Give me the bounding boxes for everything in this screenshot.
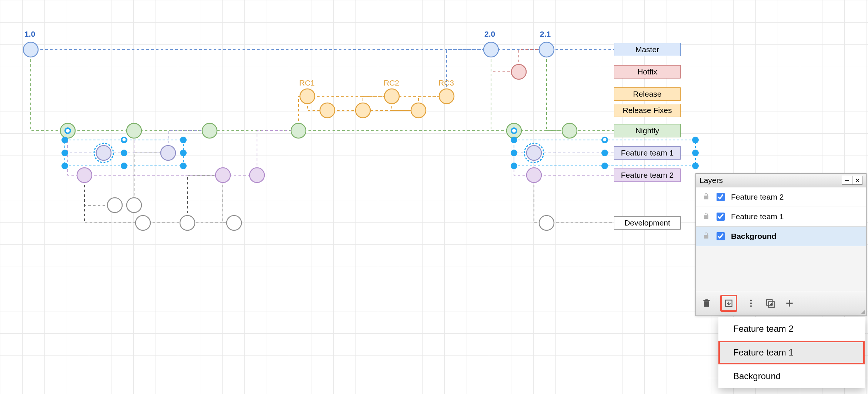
- layers-toolbar: ◢: [696, 291, 866, 315]
- tag-2.0: 2.0: [484, 30, 495, 39]
- delete-layer-button[interactable]: [701, 298, 712, 309]
- endpoint-handle[interactable]: [511, 128, 517, 133]
- branch-block-release[interactable]: Release: [614, 87, 681, 101]
- selection-handle[interactable]: [180, 163, 187, 169]
- commit-node: [411, 103, 426, 118]
- selection-handle[interactable]: [601, 163, 608, 169]
- selection-handle[interactable]: [61, 137, 68, 143]
- layer-visibility-checkbox[interactable]: [717, 232, 725, 240]
- selection-handle[interactable]: [121, 150, 127, 156]
- selection-handle[interactable]: [692, 163, 699, 169]
- commit-node: [136, 216, 150, 230]
- selection-handle[interactable]: [601, 150, 608, 156]
- commit-node: [180, 216, 195, 230]
- rc2-label: RC2: [384, 79, 399, 87]
- dropdown-item[interactable]: Background: [718, 364, 865, 388]
- selection-handle[interactable]: [511, 137, 517, 143]
- move-to-layer-dropdown[interactable]: Feature team 2Feature team 1Background: [718, 317, 865, 388]
- selection-handle[interactable]: [692, 150, 699, 156]
- commit-node: [127, 198, 141, 213]
- svg-point-2: [750, 300, 752, 301]
- unlock-icon[interactable]: [702, 193, 710, 202]
- commit-node: [527, 168, 541, 183]
- branch-block-feature1[interactable]: Feature team 1: [614, 146, 681, 160]
- close-icon[interactable]: ✕: [852, 176, 862, 185]
- layers-panel-title-bar[interactable]: Layers ─ ✕: [696, 174, 866, 187]
- layers-panel[interactable]: Layers ─ ✕ Feature team 2Feature team 1B…: [695, 173, 867, 316]
- svg-point-3: [750, 303, 752, 304]
- rotate-handle[interactable]: [602, 137, 607, 142]
- unlock-icon[interactable]: [702, 212, 710, 221]
- add-layer-button[interactable]: [784, 298, 795, 309]
- endpoint-handle[interactable]: [65, 128, 70, 133]
- commit-node: [539, 42, 554, 57]
- commit-node: [291, 123, 306, 138]
- commit-node: [77, 168, 92, 183]
- tag-2.1: 2.1: [540, 30, 551, 39]
- layer-visibility-checkbox[interactable]: [717, 193, 725, 201]
- commit-node: [320, 103, 335, 118]
- commit-node: [23, 42, 38, 57]
- selection-handle[interactable]: [180, 150, 187, 156]
- branch-block-hotfix[interactable]: Hotfix: [614, 65, 681, 79]
- branch-block-master[interactable]: Master: [614, 43, 681, 56]
- commit-node: [527, 146, 541, 160]
- commit-node: [539, 216, 554, 230]
- layer-menu-button[interactable]: [745, 298, 757, 309]
- commit-node: [127, 123, 141, 138]
- minimize-icon[interactable]: ─: [842, 176, 852, 185]
- commit-node: [96, 146, 111, 160]
- commit-node: [107, 198, 122, 213]
- commit-node: [484, 42, 498, 57]
- svg-point-4: [750, 305, 752, 307]
- layer-row[interactable]: Background: [696, 227, 866, 246]
- commit-node: [250, 168, 264, 183]
- commit-node: [202, 123, 217, 138]
- layer-name: Feature team 1: [731, 212, 784, 221]
- tag-1.0: 1.0: [24, 30, 35, 39]
- rc3-label: RC3: [438, 79, 454, 87]
- selection-handle[interactable]: [511, 150, 517, 156]
- layer-name: Feature team 2: [731, 193, 784, 201]
- branch-block-release_fixes[interactable]: Release Fixes: [614, 104, 681, 117]
- rotate-handle[interactable]: [122, 137, 126, 142]
- commit-node: [439, 89, 454, 104]
- commit-node: [384, 89, 399, 104]
- selection-handle[interactable]: [511, 163, 517, 169]
- dropdown-item[interactable]: Feature team 2: [718, 317, 865, 341]
- commit-node: [300, 89, 315, 104]
- selection-handle[interactable]: [121, 163, 127, 169]
- duplicate-layer-button[interactable]: [765, 298, 776, 309]
- commit-node: [511, 64, 526, 79]
- commit-node: [562, 123, 577, 138]
- move-to-layer-button[interactable]: [720, 295, 737, 312]
- unlock-icon[interactable]: [702, 232, 710, 241]
- selection-handle[interactable]: [61, 163, 68, 169]
- commit-node: [227, 216, 241, 230]
- branch-block-feature2[interactable]: Feature team 2: [614, 168, 681, 182]
- layer-row[interactable]: Feature team 2: [696, 187, 866, 207]
- selection-handle[interactable]: [61, 150, 68, 156]
- rc1-label: RC1: [299, 79, 315, 87]
- layers-empty-area: [696, 246, 866, 291]
- branch-block-nightly[interactable]: Nightly: [614, 124, 681, 137]
- layer-visibility-checkbox[interactable]: [717, 213, 725, 221]
- selection-handle[interactable]: [180, 137, 187, 143]
- commit-node: [216, 168, 230, 183]
- selection-handle[interactable]: [692, 137, 699, 143]
- commit-node: [355, 103, 370, 118]
- layer-row[interactable]: Feature team 1: [696, 207, 866, 227]
- resize-grip-icon[interactable]: ◢: [861, 308, 865, 314]
- layers-panel-title: Layers: [700, 176, 723, 185]
- layer-name: Background: [731, 232, 777, 241]
- dropdown-item[interactable]: Feature team 1: [718, 341, 865, 364]
- commit-node: [161, 146, 176, 160]
- branch-block-development[interactable]: Development: [614, 216, 681, 230]
